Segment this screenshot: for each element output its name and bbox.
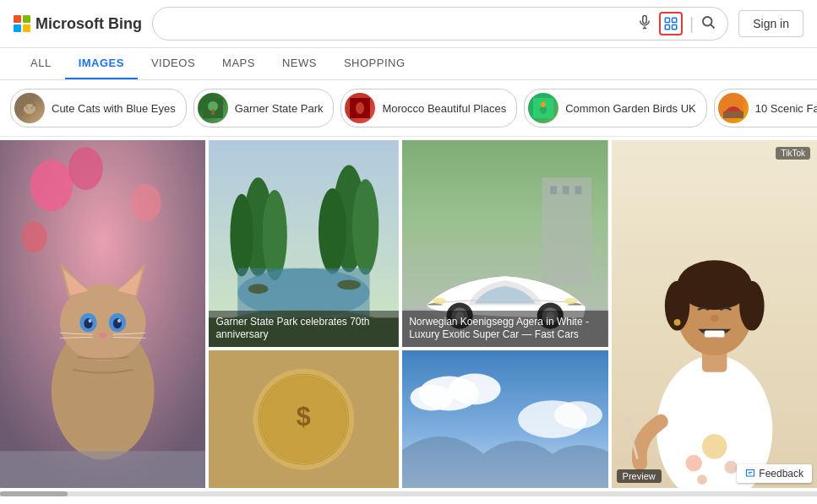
svg-point-50 <box>352 179 379 274</box>
svg-point-93 <box>673 319 680 326</box>
pill-thumb-birds <box>528 93 558 123</box>
svg-point-97 <box>685 455 702 472</box>
nav-news[interactable]: NEWS <box>269 48 330 79</box>
nav-images[interactable]: IMAGES <box>65 48 138 79</box>
search-input[interactable] <box>165 16 630 31</box>
nav-shopping[interactable]: SHOPPING <box>330 48 419 79</box>
svg-point-77 <box>564 298 578 305</box>
svg-rect-67 <box>575 186 582 194</box>
search-divider: | <box>689 14 694 34</box>
svg-point-95 <box>622 417 632 424</box>
logo: Microsoft Bing <box>14 15 142 33</box>
svg-rect-6 <box>672 25 676 30</box>
svg-point-23 <box>30 160 74 211</box>
pill-thumb-cats <box>14 93 45 123</box>
pill-label-morocco: Morocco Beautiful Places <box>382 102 506 115</box>
nav-maps[interactable]: MAPS <box>209 48 269 79</box>
svg-point-56 <box>248 284 268 294</box>
svg-point-16 <box>356 102 364 114</box>
svg-point-81 <box>411 385 454 411</box>
image-card-car[interactable]: Norwegian Koenigsegg Agera in White - Lu… <box>402 140 607 347</box>
trending-pill-birds[interactable]: Common Garden Birds UK <box>524 89 707 127</box>
grid-col-1 <box>0 140 205 488</box>
image-card-coin[interactable]: $ <box>209 350 399 488</box>
trending-pill-drives[interactable]: 10 Scenic Fall Drives <box>714 89 817 127</box>
svg-point-19 <box>541 102 546 107</box>
scrollbar[interactable] <box>0 491 817 496</box>
nav-bar: ALL IMAGES VIDEOS MAPS NEWS SHOPPING <box>0 48 817 80</box>
svg-rect-44 <box>0 451 205 488</box>
pill-thumb-drives <box>718 93 749 123</box>
feedback-button[interactable]: Feedback <box>737 464 812 483</box>
svg-point-99 <box>697 474 707 485</box>
search-bar: | <box>152 7 728 41</box>
svg-rect-21 <box>723 111 743 118</box>
grid-col-4: TikTok Preview Feedback <box>612 140 817 488</box>
svg-point-39 <box>100 333 106 338</box>
logo-text: Microsoft Bing <box>35 15 142 33</box>
image-card-person[interactable]: TikTok Preview Feedback <box>612 140 817 488</box>
car-caption: Norwegian Koenigsegg Agera in White - Lu… <box>402 311 607 347</box>
pill-label-cats: Cute Cats with Blue Eyes <box>52 102 176 115</box>
svg-point-76 <box>433 298 446 305</box>
svg-point-24 <box>68 147 103 190</box>
image-card-park[interactable]: Garner State Park celebrates 70th annive… <box>209 140 399 347</box>
svg-point-26 <box>21 221 46 252</box>
svg-point-51 <box>319 188 346 274</box>
preview-badge: Preview <box>617 469 662 483</box>
nav-all[interactable]: ALL <box>17 48 65 79</box>
svg-point-90 <box>739 281 764 331</box>
pill-thumb-morocco <box>345 93 375 123</box>
svg-rect-66 <box>563 186 569 194</box>
header: Microsoft Bing | <box>0 0 817 48</box>
tiktok-badge: TikTok <box>776 147 810 160</box>
image-card-sky[interactable] <box>402 350 607 488</box>
visual-search-button[interactable] <box>659 12 683 35</box>
pill-label-birds: Common Garden Birds UK <box>565 102 696 115</box>
svg-rect-3 <box>665 18 669 22</box>
svg-rect-0 <box>643 15 647 23</box>
feedback-label: Feedback <box>759 468 803 480</box>
svg-point-37 <box>88 319 91 322</box>
svg-rect-14 <box>211 110 215 115</box>
svg-point-91 <box>710 315 718 322</box>
svg-point-10 <box>26 107 28 109</box>
svg-line-8 <box>711 24 715 28</box>
nav-videos[interactable]: VIDEOS <box>138 48 209 79</box>
trending-bar: Cute Cats with Blue Eyes Garner State Pa… <box>0 80 817 137</box>
svg-rect-92 <box>705 331 725 338</box>
grid-col-2: Garner State Park celebrates 70th annive… <box>209 140 399 488</box>
pill-label-park: Garner State Park <box>235 102 324 115</box>
trending-pill-park[interactable]: Garner State Park <box>193 89 335 127</box>
svg-point-11 <box>31 107 33 109</box>
svg-point-38 <box>117 319 121 322</box>
svg-point-96 <box>702 434 727 458</box>
svg-rect-4 <box>672 18 676 22</box>
sign-in-button[interactable]: Sign in <box>738 10 803 37</box>
svg-point-57 <box>338 279 361 290</box>
pill-label-drives: 10 Scenic Fall Drives <box>755 102 817 115</box>
microsoft-logo-icon <box>14 15 30 32</box>
svg-rect-5 <box>665 25 669 30</box>
pill-thumb-park <box>198 93 228 123</box>
svg-point-25 <box>130 184 161 222</box>
svg-point-83 <box>554 401 602 429</box>
svg-text:$: $ <box>297 402 311 431</box>
trending-pill-cats[interactable]: Cute Cats with Blue Eyes <box>10 89 187 127</box>
image-card-cat[interactable] <box>0 140 205 488</box>
image-grid: Garner State Park celebrates 70th annive… <box>0 137 817 491</box>
svg-point-7 <box>703 17 712 26</box>
svg-point-98 <box>724 461 738 474</box>
grid-col-3: Norwegian Koenigsegg Agera in White - Lu… <box>402 140 607 488</box>
mic-icon[interactable] <box>637 14 652 34</box>
park-caption: Garner State Park celebrates 70th annive… <box>209 311 399 347</box>
svg-point-48 <box>231 194 253 277</box>
search-icon[interactable] <box>700 14 716 34</box>
svg-point-47 <box>263 190 287 280</box>
svg-point-80 <box>449 373 501 404</box>
svg-rect-65 <box>550 186 557 194</box>
trending-pill-morocco[interactable]: Morocco Beautiful Places <box>340 89 517 127</box>
